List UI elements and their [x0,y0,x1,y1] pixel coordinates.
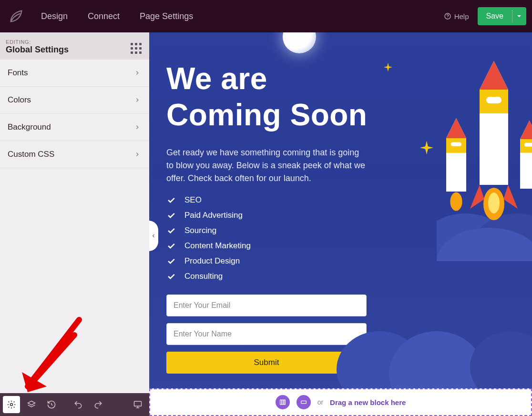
check-icon [166,241,176,251]
nav-design[interactable]: Design [41,11,68,21]
editing-label: EDITING: [6,39,69,45]
drag-handle-icon[interactable] [131,39,142,54]
hero-paragraph: Get ready we have something coming that … [166,146,367,185]
collapse-sidebar-tab[interactable] [149,221,158,251]
chevron-right-icon [134,124,141,131]
hero-title-line: We are [166,61,267,96]
svg-rect-15 [524,143,532,147]
layers-button[interactable] [23,396,40,413]
check-icon [166,226,176,235]
redo-button[interactable] [90,396,107,413]
svg-rect-18 [284,400,285,404]
settings-button[interactable] [3,396,20,413]
sidebar-bottom-toolbar [0,393,149,416]
drag-message: Drag a new block here [330,398,406,406]
row-badge[interactable] [297,395,311,409]
svg-point-13 [450,192,462,211]
sidebar-item-label: Colors [8,95,31,105]
top-right: Help Save [444,7,532,25]
check-label: Content Marketing [184,241,251,251]
history-icon [47,400,56,409]
top-nav: Design Connect Page Settings [41,11,193,21]
drag-new-block-strip[interactable]: or Drag a new block here [149,388,532,416]
check-icon [166,256,176,266]
history-button[interactable] [43,396,60,413]
annotation-arrow [18,316,85,397]
svg-rect-16 [280,400,281,404]
svg-rect-19 [301,401,306,403]
sparkle-icon [383,62,393,72]
check-label: Consulting [184,272,223,281]
chevron-right-icon [134,70,141,76]
sparkle-icon [419,140,435,156]
chevron-right-icon [134,151,141,158]
drag-or-label: or [317,398,323,406]
cloud-graphic [470,331,532,388]
nav-page-settings[interactable]: Page Settings [140,11,193,21]
device-preview-button[interactable] [129,396,146,413]
check-item: Consulting [166,272,515,281]
check-label: Sourcing [184,226,216,235]
caret-down-icon [517,14,522,19]
columns-icon [279,398,286,406]
sidebar-item-background[interactable]: Background [0,114,149,141]
layers-icon [27,400,36,409]
rocket-graphic [437,61,532,261]
check-label: Paid Advertising [184,211,243,220]
moon-graphic [283,32,316,53]
check-label: Product Design [184,256,240,266]
sidebar-item-custom-css[interactable]: Custom CSS [0,141,149,168]
sidebar-item-label: Background [8,122,51,132]
sidebar-title: Global Settings [6,45,69,54]
top-bar: Design Connect Page Settings Help Save [0,0,532,32]
undo-button[interactable] [70,396,87,413]
nav-connect[interactable]: Connect [88,11,120,21]
svg-point-2 [10,404,13,406]
signup-form: Submit [166,294,367,374]
check-label: SEO [184,195,202,205]
sidebar-header: EDITING: Global Settings [0,32,149,60]
redo-icon [93,400,103,409]
check-icon [166,195,176,205]
sidebar-item-colors[interactable]: Colors [0,87,149,114]
check-icon [166,211,176,220]
sidebar-item-label: Custom CSS [8,150,54,159]
svg-point-10 [488,193,500,213]
row-icon [300,398,307,406]
svg-rect-3 [134,401,142,406]
help-link[interactable]: Help [444,12,469,20]
main: EDITING: Global Settings Fonts Colors Ba… [0,32,532,416]
gear-icon [7,400,16,409]
sidebar-list: Fonts Colors Background Custom CSS [0,60,149,168]
hero-title-line: Coming Soon [166,98,367,132]
svg-point-1 [447,18,448,18]
hero-section[interactable]: We are Coming Soon Get ready we have som… [149,32,532,388]
save-dropdown[interactable] [512,7,526,25]
chevron-left-icon [151,233,156,239]
help-icon [444,12,451,20]
svg-rect-17 [282,400,283,404]
chevron-right-icon [134,97,141,103]
desktop-icon [133,400,143,409]
save-button[interactable]: Save [478,7,512,25]
name-input[interactable] [166,323,367,345]
sidebar-item-label: Fonts [8,68,28,78]
columns-badge[interactable] [276,395,290,409]
app-logo [0,0,32,32]
save-group: Save [478,7,526,25]
email-input[interactable] [166,294,367,316]
sidebar-item-fonts[interactable]: Fonts [0,60,149,87]
check-icon [166,272,176,281]
help-label: Help [454,12,469,20]
svg-rect-12 [451,142,461,146]
sidebar: EDITING: Global Settings Fonts Colors Ba… [0,32,149,416]
canvas: We are Coming Soon Get ready we have som… [149,32,532,416]
undo-icon [73,400,83,409]
svg-rect-8 [486,97,501,103]
